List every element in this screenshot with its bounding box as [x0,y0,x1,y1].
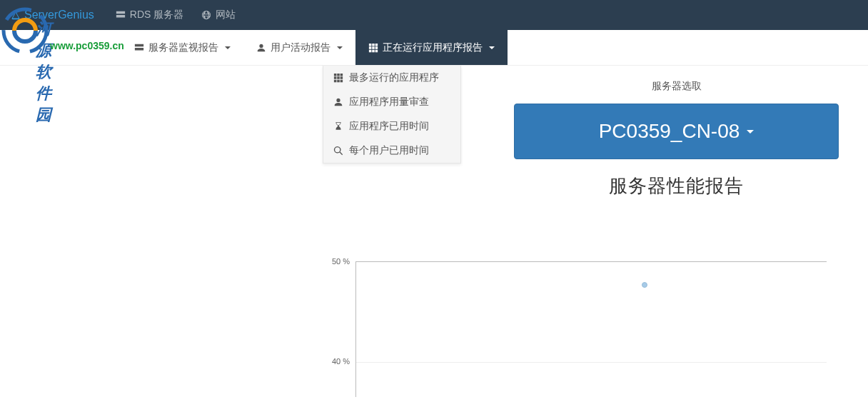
nav-website[interactable]: 网站 [201,9,236,21]
sub-nav: 服务器监视报告 用户活动报告 正在运行应用程序报告 [0,30,868,66]
grid-icon [333,73,343,83]
dropdown-usage-audit[interactable]: 应用程序用量审查 [323,90,460,114]
tab-server-monitor-label: 服务器监视报告 [148,41,218,54]
server-icon [116,10,126,20]
dropdown-most-run-label: 最多运行的应用程序 [349,71,439,84]
user-icon [256,43,266,53]
search-icon [333,146,343,156]
dropdown-per-user-time[interactable]: 每个用户已用时间 [323,139,460,163]
nav-rds-server[interactable]: RDS 服务器 [116,9,183,21]
y-tick-50: 50 % [321,257,350,266]
y-tick-40: 40 % [321,357,350,366]
dropdown-used-time[interactable]: 应用程序已用时间 [323,114,460,139]
server-select-button[interactable]: PC0359_CN-08 [514,104,839,159]
server-icon [134,43,144,53]
grid-icon [368,43,378,53]
brand[interactable]: ServerGenius [11,9,94,21]
chart-gridline [356,362,827,363]
user-icon [333,97,343,107]
server-name: PC0359_CN-08 [599,120,740,143]
hourglass-icon [333,121,343,131]
flask-icon [11,10,21,20]
tab-running-app[interactable]: 正在运行应用程序报告 [355,30,508,65]
running-app-dropdown: 最多运行的应用程序 应用程序用量审查 应用程序已用时间 每个用户已用时间 [323,66,461,164]
top-nav: ServerGenius RDS 服务器 网站 [0,0,868,30]
tab-server-monitor[interactable]: 服务器监视报告 [121,30,243,65]
chart-plot-area [355,261,827,397]
dropdown-most-run[interactable]: 最多运行的应用程序 [323,66,460,90]
brand-text: ServerGenius [24,9,94,21]
dropdown-per-user-time-label: 每个用户已用时间 [349,144,429,157]
server-select-label: 服务器选取 [514,80,839,93]
nav-rds-label: RDS 服务器 [130,9,183,21]
chart-data-point [642,282,647,288]
tab-user-activity[interactable]: 用户活动报告 [243,30,355,65]
performance-chart: 50 % 40 % [321,257,835,400]
globe-icon [201,10,211,20]
chevron-down-icon [489,46,495,49]
dropdown-usage-audit-label: 应用程序用量审查 [349,96,429,109]
chevron-down-icon [337,46,343,49]
nav-website-label: 网站 [216,9,236,21]
dropdown-used-time-label: 应用程序已用时间 [349,120,429,133]
chevron-down-icon [747,130,754,134]
tab-user-activity-label: 用户活动报告 [271,41,330,54]
report-title: 服务器性能报告 [514,174,839,199]
chevron-down-icon [225,46,231,49]
tab-running-app-label: 正在运行应用程序报告 [383,41,483,54]
